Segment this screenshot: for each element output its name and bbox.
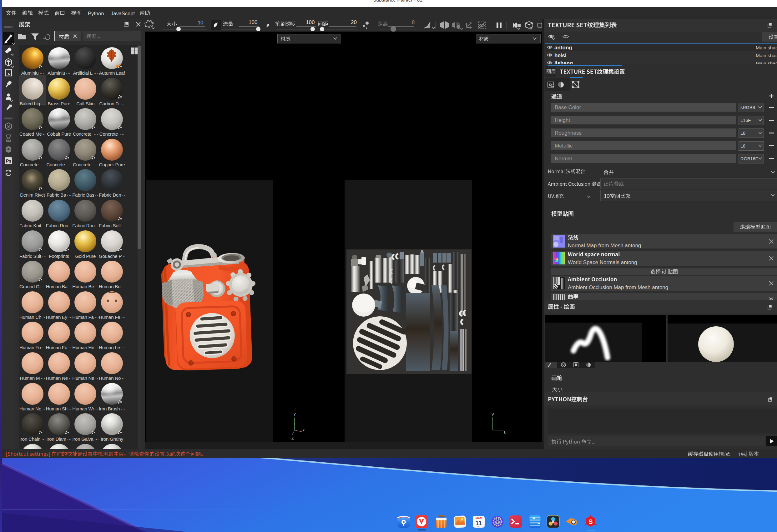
- svg-text:FRI: FRI: [477, 525, 480, 527]
- svg-text:U: U: [504, 430, 506, 435]
- svg-text:x: x: [303, 428, 305, 432]
- svg-text:”: ”: [538, 522, 540, 527]
- svg-text:Y: Y: [293, 412, 296, 417]
- svg-text:Z: Z: [292, 436, 294, 440]
- svg-text:S: S: [588, 518, 592, 525]
- svg-text:Ps: Ps: [6, 158, 11, 163]
- svg-text:V: V: [491, 412, 494, 417]
- svg-text:S: S: [7, 124, 10, 129]
- svg-text:“: “: [533, 516, 535, 522]
- svg-text:1: 1: [565, 35, 567, 38]
